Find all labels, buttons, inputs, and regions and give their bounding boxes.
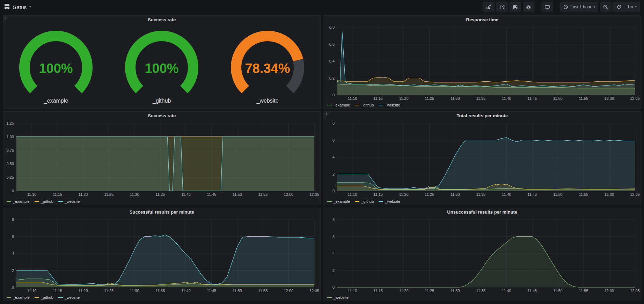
legend-color-swatch bbox=[35, 201, 39, 202]
svg-text:2: 2 bbox=[12, 268, 14, 272]
panel-title[interactable]: Response time bbox=[324, 16, 641, 24]
legend-item-example[interactable]: _example bbox=[327, 103, 350, 107]
zoom-out-button[interactable] bbox=[600, 2, 612, 12]
legend-color-swatch bbox=[355, 201, 359, 202]
svg-text:0.6: 0.6 bbox=[329, 42, 334, 46]
refresh-button[interactable] bbox=[613, 2, 624, 12]
navbar-actions: Last 1 hour ▾ 1m ▾ bbox=[483, 2, 640, 12]
save-button[interactable] bbox=[510, 2, 521, 12]
total-results-chart[interactable]: 11:1011:1511:2011:2511:3011:3511:4011:45… bbox=[324, 120, 641, 198]
svg-text:11:10: 11:10 bbox=[27, 192, 37, 197]
unsuccessful-results-chart[interactable]: 11:1011:1511:2011:2511:3011:3511:4011:45… bbox=[324, 216, 641, 294]
svg-text:4: 4 bbox=[332, 251, 334, 255]
svg-text:11:40: 11:40 bbox=[181, 192, 191, 197]
gauge-label: _website bbox=[256, 98, 278, 104]
gauge-value: 100% bbox=[39, 61, 73, 76]
svg-text:6: 6 bbox=[332, 234, 334, 238]
legend-color-swatch bbox=[379, 105, 383, 105]
panel-title[interactable]: Total results per minute bbox=[324, 112, 641, 120]
legend-item-website[interactable]: _website bbox=[379, 103, 400, 107]
svg-text:8: 8 bbox=[12, 217, 14, 222]
panel-info-icon[interactable] bbox=[3, 16, 11, 23]
legend-label: _website bbox=[65, 199, 80, 203]
legend-item-github[interactable]: _github bbox=[35, 199, 53, 203]
svg-text:11:25: 11:25 bbox=[104, 289, 114, 293]
refresh-interval-dropdown[interactable]: 1m ▾ bbox=[624, 2, 640, 12]
legend-item-example[interactable]: _example bbox=[7, 295, 30, 299]
svg-text:1.00: 1.00 bbox=[7, 135, 14, 139]
chart-area: 11:1011:1511:2011:2511:3011:3511:4011:45… bbox=[324, 120, 641, 198]
panel-unsuccessful-results: Unsuccessful results per minute 11:1011:… bbox=[323, 208, 642, 301]
panel-title[interactable]: Success rate bbox=[3, 112, 321, 120]
gauge-arc: 78.34% bbox=[215, 29, 320, 101]
svg-text:11:55: 11:55 bbox=[258, 192, 268, 197]
svg-text:11:45: 11:45 bbox=[527, 96, 537, 101]
legend-label: _github bbox=[361, 103, 374, 107]
legend-item-example[interactable]: _example bbox=[327, 199, 350, 203]
chart-area: 11:1011:1511:2011:2511:3011:3511:4011:45… bbox=[3, 120, 321, 198]
panel-success-rate-line: Success rate 11:1011:1511:2011:2511:3011… bbox=[3, 111, 321, 205]
svg-text:11:35: 11:35 bbox=[155, 289, 165, 293]
svg-text:11:20: 11:20 bbox=[399, 96, 408, 101]
response-time-chart[interactable]: 11:1011:1511:2011:2511:3011:3511:4011:45… bbox=[324, 24, 641, 102]
panel-title[interactable]: Unsuccessful results per minute bbox=[324, 208, 641, 216]
share-button[interactable] bbox=[496, 2, 508, 12]
time-range-label: Last 1 hour bbox=[570, 5, 591, 9]
svg-text:0: 0 bbox=[332, 189, 334, 193]
legend-color-swatch bbox=[355, 105, 359, 105]
legend-item-website[interactable]: _website bbox=[327, 295, 349, 299]
chart-legend: _example_github_website bbox=[324, 198, 641, 205]
tv-mode-button[interactable] bbox=[541, 2, 553, 12]
legend-item-example[interactable]: _example bbox=[7, 199, 30, 203]
panel-title[interactable]: Success rate bbox=[3, 16, 321, 24]
gauge-value: 100% bbox=[145, 61, 179, 76]
legend-item-github[interactable]: _github bbox=[355, 103, 374, 107]
svg-text:11:20: 11:20 bbox=[79, 192, 88, 197]
legend-label: _github bbox=[361, 199, 374, 203]
dashboard-title[interactable]: Gatus bbox=[13, 4, 27, 10]
svg-text:11:40: 11:40 bbox=[502, 96, 511, 101]
legend-color-swatch bbox=[7, 201, 11, 202]
svg-text:0.25: 0.25 bbox=[7, 176, 14, 180]
chart-area: 11:1011:1511:2011:2511:3011:3511:4011:45… bbox=[324, 216, 641, 294]
panel-title[interactable]: Successful results per minute bbox=[3, 208, 321, 216]
svg-text:11:25: 11:25 bbox=[425, 289, 434, 293]
svg-text:11:30: 11:30 bbox=[450, 192, 460, 197]
settings-gear-icon[interactable] bbox=[523, 2, 534, 12]
svg-text:1.25: 1.25 bbox=[7, 121, 14, 125]
svg-text:12:05: 12:05 bbox=[630, 96, 640, 101]
svg-text:11:15: 11:15 bbox=[53, 192, 62, 197]
legend-item-github[interactable]: _github bbox=[355, 199, 374, 203]
legend-item-github[interactable]: _github bbox=[35, 295, 53, 299]
legend-color-swatch bbox=[327, 297, 332, 298]
svg-text:11:30: 11:30 bbox=[130, 192, 139, 197]
success-rate-chart[interactable]: 11:1011:1511:2011:2511:3011:3511:4011:45… bbox=[3, 120, 321, 198]
svg-text:12:00: 12:00 bbox=[604, 192, 614, 197]
dashboard-grid-icon[interactable] bbox=[4, 3, 10, 10]
legend-label: _website bbox=[385, 103, 400, 107]
gauge-example: 100%_example bbox=[3, 29, 108, 104]
legend-color-swatch bbox=[327, 201, 332, 202]
legend-label: _example bbox=[13, 295, 30, 299]
legend-item-website[interactable]: _website bbox=[58, 295, 80, 299]
legend-color-swatch bbox=[379, 201, 383, 202]
add-panel-button[interactable] bbox=[483, 2, 495, 12]
svg-text:0: 0 bbox=[332, 285, 334, 289]
svg-text:0.8: 0.8 bbox=[329, 25, 334, 29]
dashboard-grid: Success rate 100%_example100%_github78.3… bbox=[0, 14, 644, 304]
svg-text:11:50: 11:50 bbox=[553, 96, 563, 101]
refresh-interval-label: 1m bbox=[627, 5, 633, 9]
legend-label: _website bbox=[334, 295, 349, 299]
svg-text:12:05: 12:05 bbox=[309, 289, 319, 293]
successful-results-chart[interactable]: 11:1011:1511:2011:2511:3011:3511:4011:45… bbox=[3, 216, 321, 294]
dashboard-picker[interactable]: Gatus ▾ bbox=[4, 3, 31, 10]
svg-text:6: 6 bbox=[12, 234, 14, 238]
legend-item-website[interactable]: _website bbox=[58, 199, 80, 203]
chart-legend: _website bbox=[324, 294, 641, 301]
svg-text:11:35: 11:35 bbox=[476, 289, 485, 293]
time-range-picker[interactable]: Last 1 hour ▾ bbox=[560, 2, 598, 12]
chart-legend: _example_github_website bbox=[324, 102, 641, 109]
svg-text:11:25: 11:25 bbox=[425, 192, 434, 197]
legend-item-website[interactable]: _website bbox=[379, 199, 400, 203]
panel-info-icon[interactable] bbox=[324, 112, 331, 119]
